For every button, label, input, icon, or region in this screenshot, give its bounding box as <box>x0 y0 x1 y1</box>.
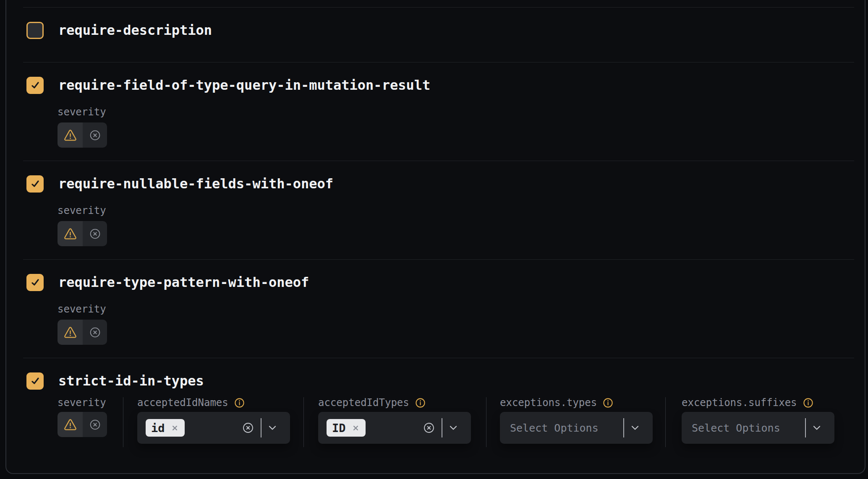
severity-off-button[interactable] <box>83 412 107 437</box>
rule-row-strict-id-in-types: strict-id-in-types severity <box>23 358 854 478</box>
circle-x-icon <box>89 419 101 431</box>
rule-title: require-description <box>58 22 212 38</box>
severity-label: severity <box>58 205 106 216</box>
rule-title: require-type-pattern-with-oneof <box>58 274 309 290</box>
checkmark-icon <box>30 178 41 189</box>
severity-warn-button[interactable] <box>58 412 83 437</box>
severity-toggle <box>58 221 107 246</box>
chevron-down-icon[interactable] <box>268 425 277 431</box>
rule-title: require-nullable-fields-with-oneof <box>58 176 333 192</box>
warning-triangle-icon <box>63 325 77 339</box>
warning-triangle-icon <box>63 227 77 241</box>
checkmark-icon <box>30 277 41 288</box>
tag-label: id <box>151 422 165 435</box>
acceptedIdTypes-select[interactable]: ID <box>318 412 471 444</box>
chevron-down-icon[interactable] <box>812 425 821 431</box>
option-column-exceptions-suffixes: exceptions.suffixes Select Options <box>665 397 854 447</box>
rule-checkbox-checked[interactable] <box>26 175 44 193</box>
clear-selection-button[interactable] <box>242 422 254 434</box>
rule-row-require-description: require-description <box>23 7 854 62</box>
option-column-exceptions-types: exceptions.types Select Options <box>486 397 665 447</box>
selected-tag: ID <box>327 419 366 437</box>
warning-triangle-icon <box>63 128 77 142</box>
severity-toggle <box>58 122 107 148</box>
checkmark-icon <box>30 80 41 91</box>
exceptions-suffixes-select[interactable]: Select Options <box>682 412 834 444</box>
param-label: exceptions.suffixes <box>682 397 797 409</box>
info-icon[interactable] <box>234 397 245 409</box>
warning-triangle-icon <box>63 418 77 432</box>
clear-circle-x-icon <box>423 422 435 434</box>
severity-warn-button[interactable] <box>58 122 83 148</box>
param-label: acceptedIdTypes <box>318 397 409 409</box>
circle-x-icon <box>89 228 101 240</box>
chevron-down-icon[interactable] <box>630 425 640 431</box>
option-column-acceptedIdNames: acceptedIdNames id <box>123 397 303 447</box>
clear-circle-x-icon <box>242 422 254 434</box>
severity-off-button[interactable] <box>83 221 107 246</box>
rule-checkbox-unchecked[interactable] <box>26 22 44 39</box>
severity-label: severity <box>58 106 106 118</box>
severity-warn-button[interactable] <box>58 320 83 345</box>
option-column-severity: severity <box>58 397 123 447</box>
rule-row-require-field-of-type-query-in-mutation-result: require-field-of-type-query-in-mutation-… <box>23 62 854 161</box>
lint-rules-panel: require-description require-field-of-typ… <box>5 0 865 474</box>
select-placeholder: Select Options <box>690 422 780 434</box>
info-icon[interactable] <box>415 397 426 409</box>
circle-x-icon <box>89 326 101 338</box>
circle-x-icon <box>89 129 101 141</box>
rule-checkbox-checked[interactable] <box>26 77 44 94</box>
info-icon[interactable] <box>803 397 814 409</box>
rule-checkbox-checked[interactable] <box>26 372 44 390</box>
remove-tag-icon[interactable] <box>170 424 179 432</box>
rules-list: require-description require-field-of-typ… <box>6 0 865 478</box>
rule-row-require-nullable-fields-with-oneof: require-nullable-fields-with-oneof sever… <box>23 161 854 259</box>
rule-options-row: severity acceptedIdNames <box>58 397 854 447</box>
checkmark-icon <box>30 375 41 386</box>
exceptions-types-select[interactable]: Select Options <box>500 412 653 444</box>
acceptedIdNames-select[interactable]: id <box>137 412 290 444</box>
severity-off-button[interactable] <box>83 320 107 345</box>
severity-toggle <box>58 412 107 437</box>
info-icon[interactable] <box>602 397 614 409</box>
severity-toggle <box>58 320 107 345</box>
tag-label: ID <box>332 422 346 435</box>
selected-tag: id <box>146 419 185 437</box>
rule-checkbox-checked[interactable] <box>26 274 44 291</box>
severity-off-button[interactable] <box>83 122 107 148</box>
select-placeholder: Select Options <box>508 422 599 434</box>
severity-warn-button[interactable] <box>58 221 83 246</box>
param-label: acceptedIdNames <box>137 397 228 409</box>
clear-selection-button[interactable] <box>423 422 435 434</box>
remove-tag-icon[interactable] <box>351 424 360 432</box>
option-column-acceptedIdTypes: acceptedIdTypes ID <box>303 397 486 447</box>
severity-label: severity <box>58 303 106 315</box>
param-label: exceptions.types <box>500 397 597 409</box>
severity-label: severity <box>58 397 106 409</box>
rule-title: require-field-of-type-query-in-mutation-… <box>58 77 430 93</box>
chevron-down-icon[interactable] <box>449 425 458 431</box>
rule-row-require-type-pattern-with-oneof: require-type-pattern-with-oneof severity <box>23 259 854 358</box>
rule-title: strict-id-in-types <box>58 373 204 389</box>
